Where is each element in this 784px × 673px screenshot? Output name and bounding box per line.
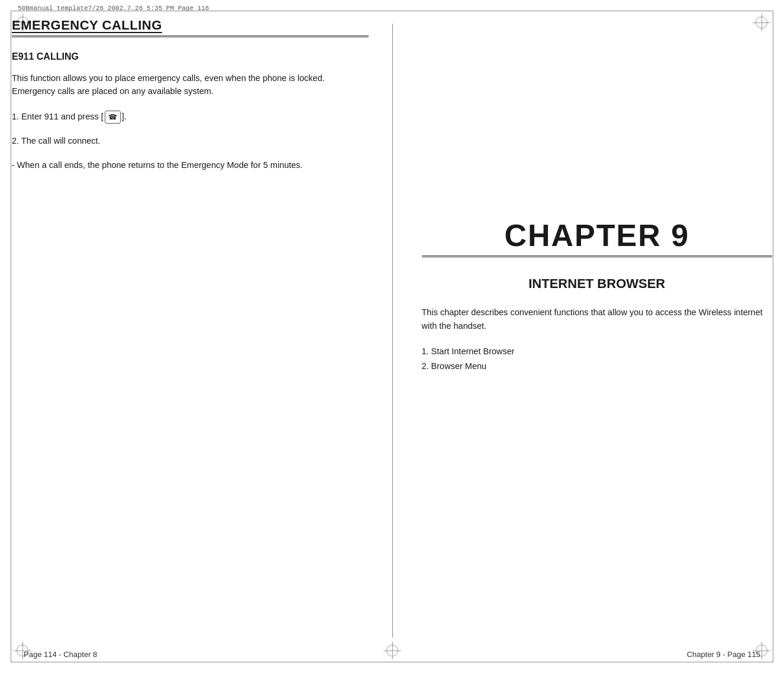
step-2: 2. The call will connect. — [12, 134, 369, 147]
footer-left: Page 114 - Chapter 8 — [24, 650, 97, 659]
left-chapter-title: EMERGENCY CALLING — [12, 18, 369, 33]
e911-intro-text: This function allows you to place emerge… — [12, 72, 369, 98]
left-column: EMERGENCY CALLING E911 CALLING This func… — [0, 0, 392, 200]
internet-browser-list: 1. Start Internet Browser 2. Browser Men… — [422, 344, 773, 373]
internet-browser-intro: This chapter describes convenient functi… — [422, 306, 773, 332]
e911-section-heading: E911 CALLING — [12, 51, 369, 62]
step-1: 1. Enter 911 and press [☎]. — [12, 110, 369, 124]
footer-right: Chapter 9 - Page 115 — [687, 650, 760, 659]
list-item-1: 1. Start Internet Browser — [422, 344, 773, 359]
note-item: - When a call ends, the phone returns to… — [12, 158, 369, 172]
right-title-underline — [422, 255, 773, 257]
left-title-underline — [12, 35, 369, 37]
phone-icon: ☎ — [105, 111, 121, 124]
list-item-2: 2. Browser Menu — [422, 359, 773, 374]
internet-browser-heading: INTERNET BROWSER — [422, 276, 773, 292]
chapter-number-title: CHAPTER 9 — [422, 218, 773, 253]
page-footer: Page 114 - Chapter 8 Chapter 9 - Page 11… — [24, 650, 760, 659]
right-column: CHAPTER 9 INTERNET BROWSER This chapter … — [392, 200, 785, 391]
